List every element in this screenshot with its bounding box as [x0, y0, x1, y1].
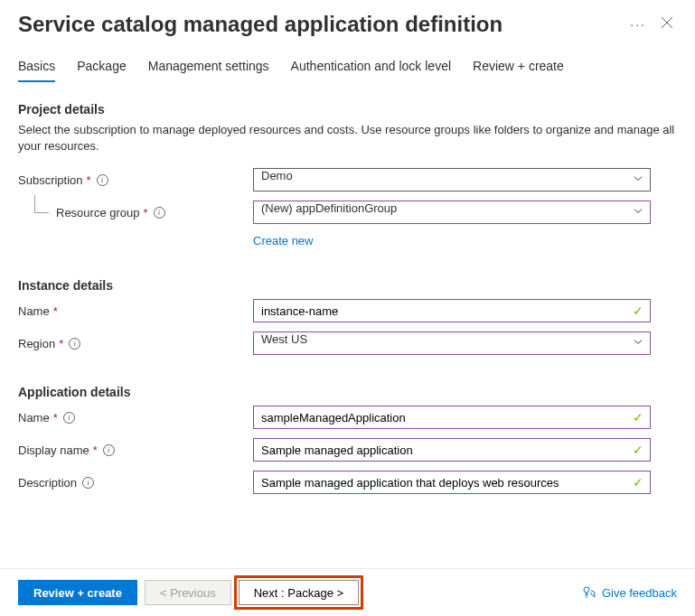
required-indicator: * — [53, 304, 58, 318]
region-label: Region — [18, 337, 55, 350]
next-package-button[interactable]: Next : Package > — [239, 580, 359, 605]
description-label: Description — [18, 476, 77, 490]
tab-management-settings[interactable]: Management settings — [148, 59, 269, 82]
svg-point-0 — [584, 587, 589, 593]
description-input[interactable] — [253, 471, 651, 494]
close-icon[interactable] — [657, 11, 677, 37]
app-name-input[interactable] — [253, 406, 651, 429]
required-indicator: * — [59, 337, 63, 350]
page-title: Service catalog managed application defi… — [18, 12, 619, 37]
tab-bar: Basics Package Management settings Authe… — [0, 44, 695, 82]
footer-bar: Review + create < Previous Next : Packag… — [0, 568, 695, 616]
tab-basics[interactable]: Basics — [18, 59, 55, 82]
resource-group-select[interactable]: (New) appDefinitionGroup — [253, 201, 651, 224]
feedback-icon — [582, 585, 596, 600]
project-details-heading: Project details — [18, 102, 677, 117]
tab-package[interactable]: Package — [77, 59, 126, 82]
instance-name-input[interactable] — [253, 299, 651, 322]
review-create-button[interactable]: Review + create — [18, 580, 137, 605]
application-details-heading: Application details — [18, 385, 677, 399]
feedback-label: Give feedback — [602, 586, 677, 600]
display-name-label: Display name — [18, 443, 89, 457]
required-indicator: * — [93, 443, 98, 457]
resource-group-label: Resource group — [56, 206, 140, 219]
required-indicator: * — [53, 411, 58, 425]
give-feedback-link[interactable]: Give feedback — [582, 585, 677, 600]
app-name-label: Name — [18, 411, 50, 425]
info-icon[interactable]: i — [103, 444, 115, 456]
subscription-select[interactable]: Demo — [253, 168, 651, 191]
previous-button: < Previous — [145, 580, 231, 605]
indent-line — [34, 195, 49, 213]
info-icon[interactable]: i — [63, 412, 75, 424]
instance-details-heading: Instance details — [18, 278, 677, 293]
more-options-icon[interactable]: ··· — [619, 17, 657, 32]
region-select[interactable]: West US — [253, 331, 651, 355]
subscription-label: Subscription — [18, 173, 83, 187]
display-name-input[interactable] — [253, 438, 651, 462]
required-indicator: * — [144, 206, 148, 219]
info-icon[interactable]: i — [82, 477, 94, 489]
create-new-link[interactable]: Create new — [253, 234, 313, 247]
tab-authentication[interactable]: Authentication and lock level — [291, 59, 451, 82]
tab-review-create[interactable]: Review + create — [473, 59, 564, 82]
instance-name-label: Name — [18, 304, 50, 318]
required-indicator: * — [87, 173, 91, 187]
info-icon[interactable]: i — [69, 338, 80, 350]
project-details-description: Select the subscription to manage deploy… — [18, 122, 677, 154]
info-icon[interactable]: i — [154, 207, 165, 219]
info-icon[interactable]: i — [97, 174, 108, 186]
